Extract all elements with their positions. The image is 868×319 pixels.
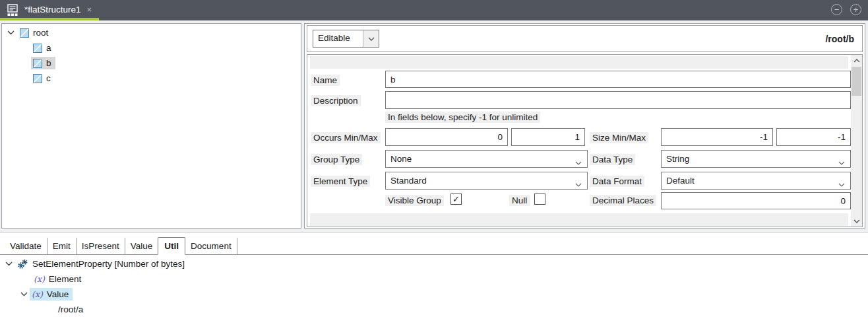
chevron-down-icon — [838, 179, 845, 189]
tab-value[interactable]: Value — [125, 238, 158, 254]
util-node-label: SetElementProperty [Number of bytes] — [32, 259, 185, 269]
tab-document[interactable]: Document — [185, 238, 237, 254]
form-header-strip — [310, 56, 848, 69]
chevron-down-icon[interactable] — [20, 291, 28, 299]
scroll-down-icon[interactable] — [851, 215, 862, 227]
util-node-label: Element — [49, 274, 82, 284]
script-tabstrip: Validate Emit IsPresent Value Util Docum… — [0, 237, 868, 255]
titlebar: *flatStructure1 × − + — [0, 0, 868, 20]
util-tree-row-value-selected[interactable]: (x) Value — [20, 287, 73, 302]
decimal-places-label: Decimal Places — [590, 195, 656, 206]
tree-node-label: a — [46, 43, 51, 53]
group-type-select[interactable]: None — [385, 150, 588, 168]
properties-form: Name Description In fields below, specif… — [307, 54, 863, 227]
window-controls: − + — [831, 4, 861, 15]
tab-ispresent[interactable]: IsPresent — [77, 238, 125, 254]
chevron-down-icon[interactable] — [7, 29, 15, 37]
group-type-label: Group Type — [311, 154, 362, 165]
data-format-value: Default — [666, 176, 695, 186]
element-icon — [20, 28, 29, 38]
tree-row-b-selected[interactable]: b — [31, 55, 55, 71]
occurs-min-input[interactable] — [385, 128, 508, 146]
group-type-value: None — [390, 154, 412, 164]
visible-group-checkbox[interactable]: ✓ — [450, 194, 462, 205]
element-type-label: Element Type — [311, 176, 370, 187]
size-min-input[interactable] — [661, 128, 773, 146]
element-type-select[interactable]: Standard — [385, 172, 588, 190]
document-tab[interactable]: *flatStructure1 × — [0, 0, 99, 20]
element-icon — [33, 44, 42, 53]
util-node-label: Value — [47, 289, 69, 299]
tree-node-label: root — [33, 28, 48, 38]
data-type-value: String — [666, 154, 689, 164]
util-node-label: /root/a — [58, 304, 83, 314]
scrollbar-thumb[interactable] — [852, 67, 861, 96]
null-checkbox[interactable] — [534, 194, 545, 205]
active-tab-underline — [0, 18, 99, 20]
util-tree-row-setelementproperty[interactable]: SetElementProperty [Number of bytes] — [5, 256, 189, 271]
tree-row-c[interactable]: c — [31, 71, 55, 86]
data-format-label: Data Format — [590, 176, 644, 187]
name-label: Name — [311, 75, 340, 86]
properties-toolbar: Editable /root/b — [307, 25, 863, 52]
structure-tree-panel: root a b c — [1, 23, 301, 229]
close-tab-icon[interactable]: × — [87, 5, 92, 15]
data-format-select[interactable]: Default — [661, 172, 851, 190]
occurs-minmax-label: Occurs Min/Max — [311, 132, 381, 143]
size-max-input[interactable] — [776, 128, 851, 146]
variable-fx-icon: (x) — [34, 274, 45, 284]
element-type-value: Standard — [390, 176, 427, 186]
visible-group-label: Visible Group — [385, 195, 444, 206]
script-panel: Validate Emit IsPresent Value Util Docum… — [0, 232, 868, 319]
chevron-down-icon — [575, 157, 582, 167]
variable-fx-icon: (x) — [32, 289, 43, 299]
element-path: /root/b — [825, 26, 854, 52]
description-label: Description — [311, 95, 361, 106]
util-tree-row-element[interactable]: (x) Element — [32, 271, 85, 287]
expand-all-button[interactable]: + — [850, 4, 861, 15]
tree-row-root[interactable]: root — [7, 25, 52, 40]
check-icon: ✓ — [452, 195, 460, 203]
data-type-select[interactable]: String — [661, 150, 851, 168]
unlimited-info-text: In fields below, specify -1 for unlimite… — [385, 112, 540, 123]
tab-validate[interactable]: Validate — [5, 238, 47, 254]
tree-row-a[interactable]: a — [31, 40, 55, 55]
properties-panel: Editable /root/b Name Description In fie… — [304, 23, 865, 229]
chevron-down-icon — [575, 179, 582, 189]
chevron-down-icon — [838, 157, 845, 167]
tree-node-label: c — [46, 73, 51, 83]
tab-title: *flatStructure1 — [24, 5, 81, 15]
name-input[interactable] — [385, 71, 851, 88]
tree-node-label: b — [46, 58, 51, 68]
data-type-label: Data Type — [590, 154, 635, 165]
chevron-down-icon[interactable] — [363, 30, 379, 47]
form-footer-strip — [310, 213, 848, 226]
description-input[interactable] — [385, 91, 851, 109]
size-minmax-label: Size Min/Max — [590, 132, 648, 143]
scroll-up-icon[interactable] — [851, 55, 862, 66]
element-icon — [33, 74, 42, 83]
occurs-max-input[interactable] — [511, 128, 585, 146]
edit-mode-select[interactable]: Editable — [313, 30, 379, 48]
vertical-scrollbar[interactable] — [851, 55, 862, 227]
tab-util[interactable]: Util — [158, 237, 185, 255]
collapse-all-button[interactable]: − — [831, 4, 842, 15]
structure-document-icon — [6, 4, 19, 17]
null-label: Null — [509, 195, 530, 206]
edit-mode-value: Editable — [313, 30, 363, 47]
element-icon — [33, 59, 42, 68]
decimal-places-input[interactable] — [661, 192, 851, 209]
tab-emit[interactable]: Emit — [47, 238, 77, 254]
chevron-down-icon[interactable] — [5, 260, 13, 268]
function-gears-icon — [17, 259, 28, 269]
util-tree-row-root-a[interactable]: /root/a — [56, 302, 87, 317]
